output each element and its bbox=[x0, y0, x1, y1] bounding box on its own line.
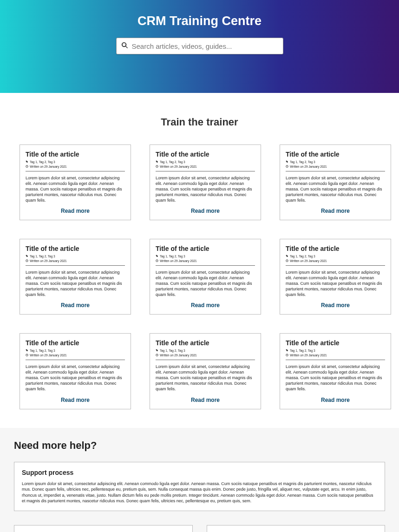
clock-icon bbox=[156, 259, 158, 263]
article-date: Written on 29 January 2021 bbox=[30, 353, 67, 358]
article-card: Title of the articleTag 1, Tag 2, Tag 3W… bbox=[280, 239, 391, 315]
info-row: Service status rcpsg.oomi.co.uk200 - OKc… bbox=[14, 525, 385, 532]
divider bbox=[156, 265, 255, 266]
tag-icon bbox=[26, 254, 28, 259]
article-excerpt: Lorem ipsum dolor sit amet, consectetur … bbox=[156, 364, 255, 392]
read-more-link[interactable]: Read more bbox=[286, 397, 385, 403]
article-excerpt: Lorem ipsum dolor sit amet, consectetur … bbox=[286, 364, 385, 392]
article-tags: Tag 1, Tag 2, Tag 3 bbox=[30, 254, 55, 259]
article-title: Title of the article bbox=[26, 245, 125, 252]
article-date: Written on 29 January 2021 bbox=[30, 259, 67, 263]
article-meta: Tag 1, Tag 2, Tag 3Written on 29 January… bbox=[156, 160, 255, 169]
clock-icon bbox=[286, 164, 288, 169]
article-card: Title of the articleTag 1, Tag 2, Tag 3W… bbox=[20, 239, 131, 315]
clock-icon bbox=[286, 353, 288, 358]
read-more-link[interactable]: Read more bbox=[156, 302, 255, 309]
article-meta: Tag 1, Tag 2, Tag 3Written on 29 January… bbox=[26, 348, 125, 358]
article-tags: Tag 1, Tag 2, Tag 3 bbox=[30, 160, 55, 164]
search-icon bbox=[121, 42, 128, 51]
article-date: Written on 29 January 2021 bbox=[160, 259, 197, 263]
article-excerpt: Lorem ipsum dolor sit amet, consectetur … bbox=[26, 269, 125, 298]
article-title: Title of the article bbox=[286, 339, 385, 347]
article-tags: Tag 1, Tag 2, Tag 3 bbox=[290, 160, 315, 164]
article-meta: Tag 1, Tag 2, Tag 3Written on 29 January… bbox=[26, 254, 125, 263]
service-status-box: Service status rcpsg.oomi.co.uk200 - OKc… bbox=[14, 525, 193, 532]
help-section: Need more help? Support process Lorem ip… bbox=[0, 428, 399, 532]
article-excerpt: Lorem ipsum dolor sit amet, consectetur … bbox=[26, 364, 125, 392]
read-more-link[interactable]: Read more bbox=[156, 397, 255, 403]
article-date: Written on 29 January 2021 bbox=[160, 353, 197, 358]
article-tags: Tag 1, Tag 2, Tag 3 bbox=[30, 348, 55, 353]
support-heading: Support process bbox=[22, 469, 377, 476]
tag-icon bbox=[26, 348, 28, 353]
article-tags: Tag 1, Tag 2, Tag 3 bbox=[160, 254, 185, 259]
article-card: Title of the articleTag 1, Tag 2, Tag 3W… bbox=[280, 333, 391, 409]
article-card: Title of the articleTag 1, Tag 2, Tag 3W… bbox=[150, 333, 261, 409]
article-excerpt: Lorem ipsum dolor sit amet, consectetur … bbox=[156, 175, 255, 204]
search-box[interactable] bbox=[116, 38, 283, 54]
clock-icon bbox=[26, 259, 28, 263]
tag-icon bbox=[286, 254, 288, 259]
divider bbox=[26, 265, 125, 266]
article-excerpt: Lorem ipsum dolor sit amet, consectetur … bbox=[156, 269, 255, 298]
article-title: Title of the article bbox=[156, 245, 255, 252]
article-title: Title of the article bbox=[156, 339, 255, 347]
article-date: Written on 29 January 2021 bbox=[290, 353, 327, 358]
tag-icon bbox=[26, 160, 28, 164]
read-more-link[interactable]: Read more bbox=[26, 208, 125, 214]
article-meta: Tag 1, Tag 2, Tag 3Written on 29 January… bbox=[286, 348, 385, 358]
article-meta: Tag 1, Tag 2, Tag 3Written on 29 January… bbox=[26, 160, 125, 169]
article-card: Title of the articleTag 1, Tag 2, Tag 3W… bbox=[150, 239, 261, 315]
page-title: CRM Training Centre bbox=[137, 14, 262, 28]
tag-icon bbox=[156, 160, 158, 164]
article-meta: Tag 1, Tag 2, Tag 3Written on 29 January… bbox=[286, 160, 385, 169]
article-card: Title of the articleTag 1, Tag 2, Tag 3W… bbox=[280, 144, 391, 220]
article-tags: Tag 1, Tag 2, Tag 3 bbox=[160, 160, 185, 164]
article-card: Title of the articleTag 1, Tag 2, Tag 3W… bbox=[20, 144, 131, 220]
clock-icon bbox=[156, 164, 158, 169]
article-date: Written on 29 January 2021 bbox=[160, 164, 197, 169]
tag-icon bbox=[156, 348, 158, 353]
divider bbox=[156, 171, 255, 171]
article-title: Title of the article bbox=[26, 339, 125, 347]
article-meta: Tag 1, Tag 2, Tag 3Written on 29 January… bbox=[286, 254, 385, 263]
article-date: Written on 29 January 2021 bbox=[290, 164, 327, 169]
article-title: Title of the article bbox=[286, 151, 385, 158]
search-input[interactable] bbox=[132, 42, 278, 50]
article-card: Title of the articleTag 1, Tag 2, Tag 3W… bbox=[20, 333, 131, 409]
article-tags: Tag 1, Tag 2, Tag 3 bbox=[290, 254, 315, 259]
read-more-link[interactable]: Read more bbox=[26, 397, 125, 403]
article-grid: Title of the articleTag 1, Tag 2, Tag 3W… bbox=[6, 144, 393, 409]
divider bbox=[156, 360, 255, 360]
article-excerpt: Lorem ipsum dolor sit amet, consectetur … bbox=[286, 269, 385, 298]
clock-icon bbox=[26, 353, 28, 358]
hero-banner: CRM Training Centre bbox=[0, 0, 399, 93]
article-title: Title of the article bbox=[26, 151, 125, 158]
read-more-link[interactable]: Read more bbox=[26, 302, 125, 309]
article-title: Title of the article bbox=[286, 245, 385, 252]
article-date: Written on 29 January 2021 bbox=[290, 259, 327, 263]
article-title: Title of the article bbox=[156, 151, 255, 158]
tag-icon bbox=[156, 254, 158, 259]
read-more-link[interactable]: Read more bbox=[286, 208, 385, 214]
divider bbox=[26, 171, 125, 171]
divider bbox=[286, 171, 385, 171]
support-text: Lorem ipsum dolor sit amet, consectetur … bbox=[22, 481, 377, 504]
article-meta: Tag 1, Tag 2, Tag 3Written on 29 January… bbox=[156, 254, 255, 263]
clock-icon bbox=[26, 164, 28, 169]
divider bbox=[286, 360, 385, 360]
read-more-link[interactable]: Read more bbox=[156, 208, 255, 214]
section-heading: Train the trainer bbox=[0, 116, 399, 128]
divider bbox=[286, 265, 385, 266]
read-more-link[interactable]: Read more bbox=[286, 302, 385, 309]
article-tags: Tag 1, Tag 2, Tag 3 bbox=[290, 348, 315, 353]
tag-icon bbox=[286, 160, 288, 164]
article-tags: Tag 1, Tag 2, Tag 3 bbox=[160, 348, 185, 353]
clock-icon bbox=[286, 259, 288, 263]
article-card: Title of the articleTag 1, Tag 2, Tag 3W… bbox=[150, 144, 261, 220]
quick-links-box: Quick links CRM Home PageCRM Home PageCR… bbox=[207, 525, 386, 532]
clock-icon bbox=[156, 353, 158, 358]
tag-icon bbox=[286, 348, 288, 353]
support-box: Support process Lorem ipsum dolor sit am… bbox=[14, 462, 385, 511]
help-heading: Need more help? bbox=[14, 440, 385, 452]
